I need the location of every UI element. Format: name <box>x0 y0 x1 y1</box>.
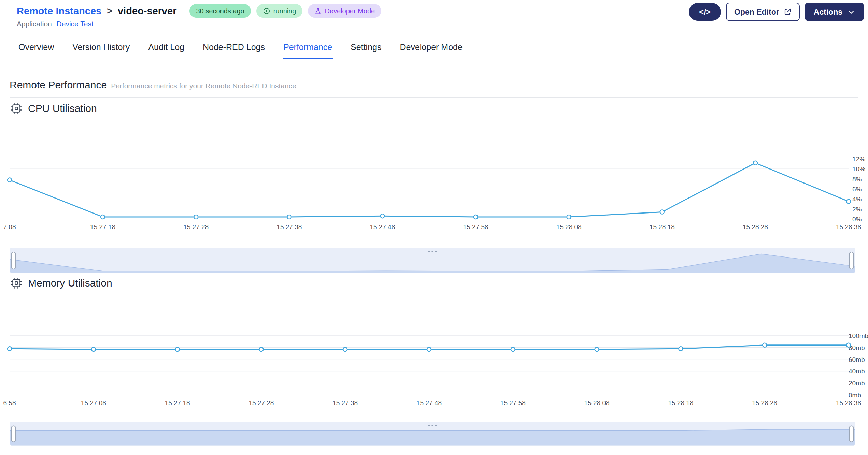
actions-label: Actions <box>814 8 842 17</box>
running-icon <box>263 7 270 15</box>
svg-text:15:27:28: 15:27:28 <box>183 223 209 231</box>
svg-text:0%: 0% <box>852 216 862 223</box>
tab-bar: Overview Version History Audit Log Node-… <box>18 38 463 59</box>
memory-utilisation-chart: 0mb20mb40mb60mb80mb100mb6:5815:27:0815:2… <box>0 324 868 413</box>
svg-text:15:27:38: 15:27:38 <box>332 399 358 407</box>
open-editor-button[interactable]: Open Editor <box>726 3 800 21</box>
tab-audit-log[interactable]: Audit Log <box>147 38 185 59</box>
svg-text:15:28:38: 15:28:38 <box>836 223 861 231</box>
chevron-down-icon <box>848 8 855 16</box>
tab-version-history[interactable]: Version History <box>72 38 130 59</box>
cpu-section-title: CPU Utilisation <box>28 103 97 114</box>
svg-text:15:27:38: 15:27:38 <box>276 223 302 231</box>
svg-text:40mb: 40mb <box>849 368 865 375</box>
svg-text:20mb: 20mb <box>849 380 865 387</box>
breadcrumb-current-instance: video-server <box>118 5 177 17</box>
cpu-brush-left-handle[interactable] <box>11 252 16 269</box>
svg-text:15:27:58: 15:27:58 <box>500 399 526 407</box>
application-link[interactable]: Device Test <box>57 20 94 28</box>
tab-overview[interactable]: Overview <box>18 38 55 59</box>
svg-text:4%: 4% <box>852 195 862 203</box>
memory-chart-range-slider[interactable] <box>10 422 855 446</box>
svg-text:15:27:28: 15:27:28 <box>248 399 274 407</box>
status-badge: running <box>256 4 303 18</box>
memory-chip-icon <box>10 277 23 289</box>
breadcrumb-separator: > <box>107 6 112 16</box>
svg-text:10%: 10% <box>852 165 865 173</box>
svg-text:15:27:48: 15:27:48 <box>370 223 395 231</box>
memory-brush-right-handle[interactable] <box>849 426 854 442</box>
header-actions: </> Open Editor Actions <box>689 3 864 21</box>
cpu-utilisation-chart: 0%2%4%6%8%10%12%7:0815:27:1815:27:2815:2… <box>0 147 868 235</box>
last-seen-text: 30 seconds ago <box>196 7 244 15</box>
svg-text:15:28:18: 15:28:18 <box>668 399 693 407</box>
page-subtitle: Performance metrics for your Remote Node… <box>111 82 296 90</box>
svg-text:15:28:08: 15:28:08 <box>556 223 582 231</box>
svg-text:15:27:18: 15:27:18 <box>90 223 115 231</box>
svg-text:15:27:58: 15:27:58 <box>463 223 488 231</box>
svg-text:100mb: 100mb <box>849 332 868 339</box>
external-link-icon <box>783 8 792 16</box>
svg-text:15:28:18: 15:28:18 <box>650 223 675 231</box>
developer-mode-text: Developer Mode <box>325 7 375 15</box>
memory-brush-grip[interactable] <box>428 425 437 426</box>
svg-text:7:08: 7:08 <box>3 223 16 231</box>
application-row: Application: Device Test <box>17 20 94 28</box>
last-seen-badge: 30 seconds ago <box>189 4 251 18</box>
svg-text:15:28:38: 15:28:38 <box>836 399 861 407</box>
memory-section-header: Memory Utilisation <box>10 277 112 289</box>
actions-button[interactable]: Actions <box>805 3 864 21</box>
application-label: Application: <box>17 20 54 28</box>
breadcrumb: Remote Instances > video-server 30 secon… <box>17 4 381 18</box>
cpu-section-header: CPU Utilisation <box>10 102 97 115</box>
svg-text:2%: 2% <box>852 206 862 213</box>
svg-text:6%: 6% <box>852 186 862 193</box>
svg-text:60mb: 60mb <box>849 356 865 363</box>
memory-section-title: Memory Utilisation <box>28 277 112 289</box>
tab-developer-mode[interactable]: Developer Mode <box>399 38 463 59</box>
open-editor-label: Open Editor <box>734 8 779 17</box>
status-text: running <box>273 7 296 15</box>
svg-text:8%: 8% <box>852 176 862 183</box>
cpu-brush-grip[interactable] <box>428 251 437 252</box>
page-title: Remote Performance <box>10 79 107 91</box>
tab-settings[interactable]: Settings <box>350 38 382 59</box>
title-divider <box>10 97 858 98</box>
svg-text:15:28:28: 15:28:28 <box>752 399 777 407</box>
svg-text:15:27:08: 15:27:08 <box>81 399 106 407</box>
code-icon: </> <box>699 8 710 17</box>
flask-icon <box>314 8 322 15</box>
svg-text:15:28:28: 15:28:28 <box>743 223 768 231</box>
svg-text:15:27:48: 15:27:48 <box>416 399 442 407</box>
breadcrumb-link-remote-instances[interactable]: Remote Instances <box>17 5 101 17</box>
svg-text:12%: 12% <box>852 156 865 163</box>
svg-text:0mb: 0mb <box>849 392 861 399</box>
memory-brush-left-handle[interactable] <box>11 426 16 442</box>
tab-performance[interactable]: Performance <box>283 38 333 59</box>
svg-text:15:27:18: 15:27:18 <box>165 399 190 407</box>
page-title-row: Remote Performance Performance metrics f… <box>10 79 296 91</box>
svg-text:15:28:08: 15:28:08 <box>584 399 610 407</box>
tab-node-red-logs[interactable]: Node-RED Logs <box>202 38 266 59</box>
editor-availability-toggle[interactable]: </> <box>689 3 721 21</box>
svg-text:6:58: 6:58 <box>3 399 16 407</box>
developer-mode-badge: Developer Mode <box>308 4 381 18</box>
cpu-brush-right-handle[interactable] <box>849 252 854 269</box>
cpu-chart-range-slider[interactable] <box>10 248 855 273</box>
cpu-chip-icon <box>10 102 23 115</box>
